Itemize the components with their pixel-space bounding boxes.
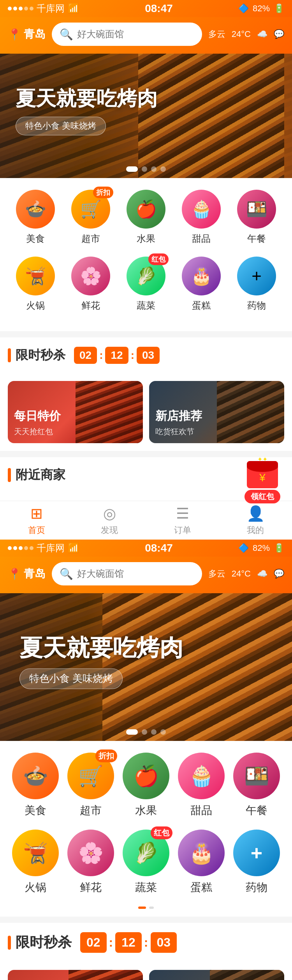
banner-dot-2[interactable]	[142, 166, 147, 172]
category-medicine-label: 药物	[247, 299, 266, 312]
dessert-icon: 🧁	[182, 190, 221, 229]
app-header: 📍 青岛 🔍 多云 24°C ☁️ 💬	[0, 17, 292, 54]
envelope-icon: ¥	[247, 461, 278, 488]
search-input-2[interactable]	[77, 568, 194, 579]
flash-sale-header-2: 限时秒杀 02 : 12 : 03	[8, 932, 284, 953]
category-cake-2[interactable]: 🎂 蛋糕	[178, 830, 225, 895]
banner-dot-1[interactable]	[126, 166, 138, 172]
search-bar-2[interactable]: 🔍	[52, 562, 202, 585]
nav-orders-label: 订单	[174, 524, 191, 536]
source-label-2: 千库网	[37, 542, 65, 554]
banner-pagination	[126, 166, 166, 172]
signal-dot	[19, 7, 23, 10]
hours-box-2: 02	[80, 932, 107, 953]
category-row-2-2: 🫕 火锅 🌸 鲜花 红包 🥬 蔬菜 🎂 蛋糕 + 药物	[8, 830, 284, 895]
category-flower[interactable]: 🌸 鲜花	[71, 257, 110, 312]
countdown-timer-2: 02 : 12 : 03	[80, 932, 177, 953]
message-icon[interactable]: 💬	[274, 29, 284, 39]
weather-icon-2: ☁️	[257, 569, 267, 579]
hotpot-icon-2: 🫕	[12, 830, 59, 876]
banner-content-2: 夏天就要吃烤肉 特色小食 美味烧烤	[19, 634, 183, 689]
nav-item-mine[interactable]: 👤 我的	[219, 501, 292, 540]
category-vegetable-label: 蔬菜	[137, 299, 155, 312]
mine-icon: 👤	[246, 505, 265, 522]
source-label: 千库网	[37, 2, 65, 15]
category-cake-label: 蛋糕	[192, 299, 211, 312]
search-input[interactable]	[77, 29, 194, 40]
section-bar-indicator	[8, 348, 11, 362]
nav-item-orders[interactable]: ☰ 订单	[146, 501, 219, 540]
category-hotpot-2[interactable]: 🫕 火锅	[12, 830, 59, 895]
banner-dot-3[interactable]	[151, 166, 157, 172]
search-icon: 🔍	[60, 28, 73, 41]
discover-icon: ◎	[103, 505, 116, 522]
battery-icon: 🔋	[274, 3, 284, 14]
header-right: 多云 24°C ☁️ 💬	[208, 28, 284, 40]
category-food-2[interactable]: 🍲 美食	[12, 753, 59, 818]
nav-item-discover[interactable]: ◎ 发现	[73, 501, 146, 540]
flash-sale-section-2: 限时秒杀 02 : 12 : 03	[0, 923, 292, 970]
weather-icon: ☁️	[257, 29, 267, 39]
signal-dot	[30, 7, 33, 10]
promo-card-newshop[interactable]: 新店推荐 吃货狂欢节	[149, 381, 284, 443]
bluetooth-icon-2: 🔷	[238, 543, 249, 553]
header-right-2: 多云 24°C ☁️ 💬	[208, 568, 284, 580]
banner-dot2-3[interactable]	[151, 729, 157, 735]
hero-banner-2[interactable]: 夏天就要吃烤肉 特色小食 美味烧烤	[0, 593, 292, 741]
category-food[interactable]: 🍲 美食	[16, 190, 55, 245]
discount-badge: 折扣	[93, 187, 113, 198]
promo-card-2-sub: 吃货狂欢节	[155, 426, 202, 437]
category-vegetable-2[interactable]: 红包 🥬 蔬菜	[123, 830, 169, 895]
category-medicine[interactable]: + 药物	[237, 257, 276, 312]
battery-icon-2: 🔋	[274, 543, 284, 553]
nav-item-home[interactable]: ⊞ 首页	[0, 501, 73, 540]
category-dessert-2[interactable]: 🧁 甜品	[178, 753, 225, 818]
category-row-1: 🍲 美食 折扣 🛒 超市 🍎 水果 🧁 甜品 🍱 午餐	[8, 190, 284, 245]
location-pin-icon-2: 📍	[8, 568, 21, 580]
colon-2: :	[131, 349, 134, 362]
flower-icon-2: 🌸	[67, 830, 114, 876]
fruit-icon: 🍎	[127, 190, 165, 229]
banner-dot2-4[interactable]	[160, 729, 166, 735]
banner-dot2-1[interactable]	[126, 729, 138, 735]
section-bar-indicator-2	[8, 936, 11, 950]
category-lunch-2[interactable]: 🍱 午餐	[233, 753, 280, 818]
category-dessert-label: 甜品	[192, 232, 211, 245]
category-vegetable[interactable]: 红包 🥬 蔬菜	[127, 257, 165, 312]
flower-icon: 🌸	[71, 257, 110, 295]
category-market[interactable]: 折扣 🛒 超市	[71, 190, 110, 245]
promo-card-daily-2[interactable]: 每日特价 天天抢红包	[8, 970, 143, 980]
medicine-icon: +	[237, 257, 276, 295]
banner-dot-4[interactable]	[160, 166, 166, 172]
status-bar-2: 千库网 📶 08:47 🔷 82% 🔋	[0, 540, 292, 557]
category-medicine-label-2: 药物	[246, 880, 267, 895]
banner-dot2-2[interactable]	[142, 729, 147, 735]
message-icon-2[interactable]: 💬	[274, 569, 284, 579]
category-hotpot[interactable]: 🫕 火锅	[16, 257, 55, 312]
category-dessert[interactable]: 🧁 甜品	[182, 190, 221, 245]
fruit-icon-2: 🍎	[123, 753, 169, 799]
location-display[interactable]: 📍 青岛	[8, 27, 46, 42]
colon-2-2: :	[144, 935, 148, 950]
seconds-box-2: 03	[151, 932, 177, 953]
category-fruit[interactable]: 🍎 水果	[127, 190, 165, 245]
location-display-2[interactable]: 📍 青岛	[8, 566, 46, 581]
category-market-2[interactable]: 折扣 🛒 超市	[67, 753, 114, 818]
promo-card-daily[interactable]: 每日特价 天天抢红包	[8, 381, 143, 443]
seconds-box: 03	[137, 347, 160, 364]
hero-banner[interactable]: 夏天就要吃烤肉 特色小食 美味烧烤	[0, 54, 292, 178]
category-cake[interactable]: 🎂 蛋糕	[182, 257, 221, 312]
promo-card-1-sub: 天天抢红包	[14, 426, 61, 437]
nav-mine-label: 我的	[247, 524, 264, 536]
promo-card-newshop-2[interactable]: 新店推荐 吃货狂欢节	[149, 970, 284, 980]
flash-sale-header: 限时秒杀 02 : 12 : 03	[8, 347, 284, 364]
category-fruit-2[interactable]: 🍎 水果	[123, 753, 169, 818]
red-envelope-button[interactable]: ¥ 领红包	[245, 461, 280, 503]
nav-discover-label: 发现	[101, 524, 118, 536]
search-bar[interactable]: 🔍	[52, 23, 202, 46]
category-medicine-2[interactable]: + 药物	[233, 830, 280, 895]
category-lunch-label-2: 午餐	[246, 803, 267, 818]
category-flower-2[interactable]: 🌸 鲜花	[67, 830, 114, 895]
category-lunch[interactable]: 🍱 午餐	[237, 190, 276, 245]
categories-section: 🍲 美食 折扣 🛒 超市 🍎 水果 🧁 甜品 🍱 午餐	[0, 178, 292, 331]
